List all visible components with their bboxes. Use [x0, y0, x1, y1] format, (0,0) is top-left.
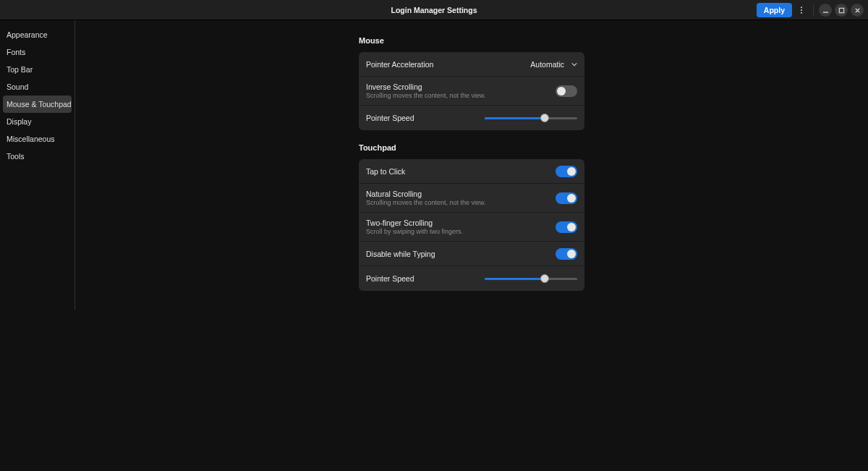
mouse-group: Pointer Acceleration Automatic Inverse S… — [359, 52, 584, 130]
svg-rect-4 — [839, 8, 843, 12]
row-label: Disable while Typing — [366, 250, 435, 258]
row-label: Two-finger Scrolling — [366, 218, 463, 227]
row-text: Pointer Acceleration — [366, 60, 433, 69]
svg-rect-3 — [822, 12, 827, 12]
row-sublabel: Scrolling moves the content, not the vie… — [366, 199, 486, 206]
row-inverse-scrolling: Inverse Scrolling Scrolling moves the co… — [359, 77, 584, 106]
minimize-button[interactable] — [819, 4, 832, 17]
row-text: Two-finger Scrolling Scroll by swiping w… — [366, 218, 463, 235]
app-body: Appearance Fonts Top Bar Sound Mouse & T… — [0, 20, 868, 471]
sidebar: Appearance Fonts Top Bar Sound Mouse & T… — [0, 20, 75, 310]
settings-column: Mouse Pointer Acceleration Automatic Inv… — [359, 33, 584, 471]
sidebar-item-tools[interactable]: Tools — [0, 148, 75, 165]
row-text: Inverse Scrolling Scrolling moves the co… — [366, 82, 486, 99]
minimize-icon — [822, 7, 829, 14]
sidebar-item-sound[interactable]: Sound — [0, 78, 75, 96]
combo-value: Automatic — [530, 60, 564, 69]
close-icon — [854, 7, 861, 14]
svg-point-1 — [801, 9, 802, 11]
kebab-icon — [797, 6, 806, 14]
tap-to-click-switch[interactable] — [556, 166, 577, 177]
two-finger-scrolling-switch[interactable] — [556, 221, 577, 233]
row-label: Pointer Acceleration — [366, 60, 433, 69]
pointer-acceleration-dropdown[interactable]: Automatic — [530, 60, 577, 69]
headerbar: Login Manager Settings Apply — [0, 0, 868, 20]
inverse-scrolling-switch[interactable] — [556, 85, 577, 97]
svg-point-0 — [801, 7, 802, 8]
sidebar-item-mouse-touchpad[interactable]: Mouse & Touchpad — [3, 96, 72, 113]
close-button[interactable] — [851, 4, 864, 17]
row-label: Natural Scrolling — [366, 190, 486, 198]
mouse-section-title: Mouse — [359, 36, 584, 45]
maximize-icon — [838, 7, 845, 14]
row-label: Inverse Scrolling — [366, 82, 486, 91]
sidebar-item-top-bar[interactable]: Top Bar — [0, 61, 75, 78]
natural-scrolling-switch[interactable] — [556, 192, 577, 204]
main-panel: Mouse Pointer Acceleration Automatic Inv… — [75, 20, 868, 471]
sidebar-item-miscellaneous[interactable]: Miscellaneous — [0, 130, 75, 148]
row-text: Natural Scrolling Scrolling moves the co… — [366, 190, 486, 206]
maximize-button[interactable] — [835, 4, 848, 17]
chevron-down-icon — [571, 61, 577, 67]
row-mouse-pointer-speed: Pointer Speed — [359, 106, 584, 130]
sidebar-item-display[interactable]: Display — [0, 113, 75, 130]
row-pointer-acceleration: Pointer Acceleration Automatic — [359, 52, 584, 77]
row-label: Pointer Speed — [366, 274, 414, 283]
row-sublabel: Scrolling moves the content, not the vie… — [366, 92, 486, 99]
mouse-pointer-speed-slider[interactable] — [485, 113, 577, 123]
sidebar-item-fonts[interactable]: Fonts — [0, 43, 75, 61]
sidebar-item-appearance[interactable]: Appearance — [0, 26, 75, 43]
row-label: Pointer Speed — [366, 114, 414, 122]
row-text: Tap to Click — [366, 167, 405, 176]
menu-button[interactable] — [795, 4, 808, 17]
row-two-finger-scrolling: Two-finger Scrolling Scroll by swiping w… — [359, 213, 584, 242]
row-text: Pointer Speed — [366, 114, 414, 122]
apply-button[interactable]: Apply — [757, 3, 792, 17]
svg-point-2 — [801, 12, 802, 14]
touchpad-group: Tap to Click Natural Scrolling Scrolling… — [359, 159, 584, 291]
row-touchpad-pointer-speed: Pointer Speed — [359, 266, 584, 291]
row-tap-to-click: Tap to Click — [359, 159, 584, 184]
touchpad-section-title: Touchpad — [359, 143, 584, 152]
header-right-controls: Apply — [757, 0, 864, 20]
row-sublabel: Scroll by swiping with two fingers. — [366, 228, 463, 235]
window-title: Login Manager Settings — [391, 6, 477, 14]
row-label: Tap to Click — [366, 167, 405, 176]
divider — [813, 4, 814, 16]
touchpad-pointer-speed-slider[interactable] — [485, 273, 577, 284]
row-text: Disable while Typing — [366, 250, 435, 258]
row-text: Pointer Speed — [366, 274, 414, 283]
disable-while-typing-switch[interactable] — [556, 248, 577, 260]
row-disable-while-typing: Disable while Typing — [359, 242, 584, 266]
row-natural-scrolling: Natural Scrolling Scrolling moves the co… — [359, 184, 584, 213]
